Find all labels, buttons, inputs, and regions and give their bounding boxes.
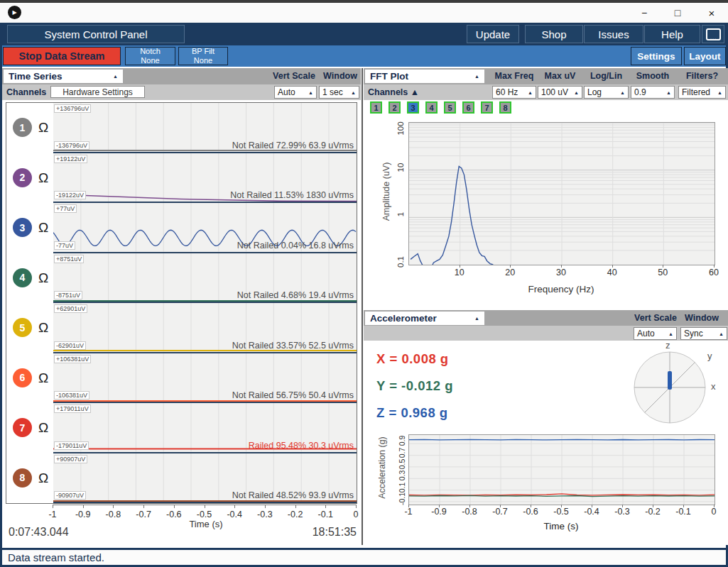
accelerometer-title: Accelerometer: [370, 313, 437, 324]
axis-tick: [205, 505, 205, 508]
window-minimize-button[interactable]: −: [628, 3, 661, 23]
max-freq-label: Max Freq: [492, 71, 536, 81]
max-uv-label: Max uV: [538, 71, 582, 81]
fft-channel-5-button[interactable]: 5: [444, 101, 456, 114]
fft-channel-8-button[interactable]: 8: [499, 101, 511, 114]
railed-status: Not Railed 11.53% 1830 uVrms: [230, 190, 354, 200]
status-message: Data stream started.: [2, 550, 726, 565]
notch-filter-button[interactable]: Notch None: [125, 47, 175, 65]
accelerometer-header: Accelerometer▲ Vert Scale Window: [364, 310, 728, 326]
impedance-button-5[interactable]: Ω: [38, 320, 48, 336]
settings-button[interactable]: Settings: [631, 47, 682, 65]
vert-scale-label: Vert Scale: [271, 71, 317, 81]
accel-vert-scale-dropdown[interactable]: Auto▲: [634, 327, 677, 340]
fft-channel-4-button[interactable]: 4: [425, 101, 438, 114]
system-control-panel-button[interactable]: System Control Panel: [7, 25, 185, 43]
scale-min-label: -62901uV: [54, 341, 86, 350]
impedance-button-7[interactable]: Ω: [38, 420, 48, 436]
channel-row-3: 3Ω+77uV-77uVNot Railed 0.04% 16.8 uVrms: [6, 203, 357, 253]
impedance-button-2[interactable]: Ω: [38, 170, 48, 186]
fft-channel-2-button[interactable]: 2: [389, 101, 401, 114]
accel-x-tick: [408, 505, 409, 507]
channel-2-button[interactable]: 2: [13, 168, 32, 187]
railed-status: Not Railed 0.04% 16.8 uVrms: [237, 241, 354, 251]
bandpass-filter-button[interactable]: BP Filt None: [178, 47, 228, 65]
play-icon: ▶: [12, 9, 16, 16]
impedance-button-3[interactable]: Ω: [38, 220, 48, 236]
app-logo-icon: ▶: [8, 6, 21, 19]
help-button[interactable]: Help: [644, 25, 700, 43]
accel-x-tick: [561, 505, 562, 507]
smooth-dropdown[interactable]: 0.9▲: [631, 86, 675, 99]
channel-1-plot: +136796uV-136796uVNot Railed 72.99% 63.9…: [53, 103, 357, 153]
elapsed-time: 0:07:43.044: [9, 526, 69, 539]
accel-x-readout: X = 0.008 g: [376, 351, 449, 367]
axis-tick: [356, 505, 357, 508]
accelerometer-widget-selector[interactable]: Accelerometer▲: [365, 312, 484, 325]
dropdown-arrow-icon: ▲: [574, 90, 579, 95]
fft-channel-7-button[interactable]: 7: [481, 101, 493, 114]
hardware-settings-button[interactable]: Hardware Settings: [50, 86, 145, 98]
axis-tick-label: -0.5: [195, 510, 214, 519]
axis-tick: [325, 505, 326, 508]
fft-channel-3-button[interactable]: 3: [407, 101, 419, 114]
channel-8-button[interactable]: 8: [13, 468, 32, 488]
shop-button[interactable]: Shop: [525, 25, 583, 43]
fft-widget-selector[interactable]: FFT Plot▲: [365, 70, 484, 83]
window-maximize-button[interactable]: □: [661, 3, 694, 23]
fft-x-tick: [714, 265, 715, 268]
channel-3-button[interactable]: 3: [13, 218, 32, 237]
ball-x-axis-label: x: [711, 381, 716, 392]
scale-max-label: +77uV: [54, 204, 77, 213]
stop-data-stream-button[interactable]: Stop Data Stream: [3, 47, 121, 65]
accel-x-tick: [622, 505, 623, 507]
loglin-dropdown[interactable]: Log▲: [584, 86, 629, 99]
accel-x-tick: [469, 505, 470, 507]
fft-channel-1-button[interactable]: 1: [370, 101, 382, 114]
axis-tick-label: -0.3: [255, 510, 275, 519]
vert-scale-dropdown[interactable]: Auto▲: [274, 86, 317, 99]
fft-plot-svg: [409, 123, 715, 265]
channel-row-5: 5Ω+62901uV-62901uVNot Railed 33.57% 52.5…: [6, 303, 357, 353]
axis-tick-label: -0.1: [315, 510, 335, 519]
time-series-title: Time Series: [9, 71, 63, 82]
accel-window-value: Sync: [684, 329, 703, 338]
channel-1-button[interactable]: 1: [13, 118, 32, 137]
impedance-button-4[interactable]: Ω: [38, 270, 48, 286]
console-window-button[interactable]: ...: [702, 25, 724, 43]
accel-window-dropdown[interactable]: Sync▲: [680, 327, 727, 340]
scale-min-label: -106381uV: [54, 391, 89, 400]
panel-divider: [362, 68, 363, 545]
impedance-button-8[interactable]: Ω: [38, 470, 48, 486]
accel-x-tick-label: -0.6: [521, 507, 540, 517]
axis-tick-label: -0.7: [134, 510, 153, 519]
impedance-button-6[interactable]: Ω: [38, 370, 48, 386]
issues-button[interactable]: Issues: [584, 25, 643, 43]
channel-6-button[interactable]: 6: [13, 368, 32, 387]
channel-3-plot: +77uV-77uVNot Railed 0.04% 16.8 uVrms: [53, 203, 357, 253]
impedance-button-1[interactable]: Ω: [38, 120, 48, 136]
fft-x-tick: [460, 265, 460, 268]
accel-x-tick-label: -0.5: [551, 507, 571, 517]
channel-5-button[interactable]: 5: [13, 318, 32, 337]
update-button[interactable]: Update: [467, 25, 519, 43]
scale-min-label: -19122uV: [54, 191, 86, 199]
filters-dropdown[interactable]: Filtered▲: [678, 86, 726, 99]
accel-x-tick-label: -0.4: [582, 507, 602, 517]
fft-x-tick-label: 60: [704, 268, 724, 277]
fft-channel-6-button[interactable]: 6: [462, 101, 474, 114]
loglin-label: Log/Lin: [584, 71, 629, 81]
max-freq-dropdown[interactable]: 60 Hz▲: [492, 86, 536, 99]
layout-button[interactable]: Layout: [684, 47, 726, 65]
accel-x-tick: [500, 505, 501, 507]
channel-7-button[interactable]: 7: [13, 418, 32, 437]
fft-channels-toggle[interactable]: Channels ▲: [368, 87, 419, 97]
window-close-button[interactable]: ×: [695, 3, 728, 23]
axis-tick-label: -0.8: [103, 510, 123, 519]
time-series-widget-selector[interactable]: Time Series▲: [4, 70, 123, 83]
max-uv-dropdown[interactable]: 100 uV▲: [538, 86, 582, 99]
channel-4-button[interactable]: 4: [13, 268, 32, 287]
channel-row-4: 4Ω+8751uV-8751uVNot Railed 4.68% 19.4 uV…: [6, 253, 357, 304]
window-dropdown[interactable]: 1 sec▲: [319, 86, 359, 99]
accel-y-readout: Y = -0.012 g: [376, 378, 453, 394]
